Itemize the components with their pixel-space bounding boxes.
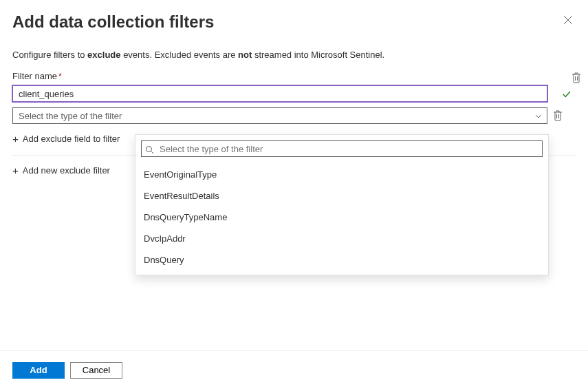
dropdown-item[interactable]: DvcIpAddr — [141, 228, 543, 249]
cancel-button[interactable]: Cancel — [70, 362, 122, 379]
checkmark-icon — [562, 88, 571, 99]
filter-type-search-input[interactable] — [141, 140, 543, 157]
delete-filter-icon[interactable] — [571, 72, 581, 83]
close-icon[interactable] — [560, 12, 576, 28]
filter-type-select[interactable]: Select the type of the filter — [12, 107, 547, 124]
dropdown-item[interactable]: EventOriginalType — [141, 164, 543, 185]
required-asterisk: * — [58, 72, 62, 81]
description-text: Configure filters to exclude events. Exc… — [12, 50, 576, 60]
filter-name-input[interactable] — [12, 85, 547, 102]
plus-icon: + — [12, 165, 19, 176]
footer: Add Cancel — [0, 350, 588, 389]
filter-type-placeholder: Select the type of the filter — [19, 111, 122, 121]
filter-name-label: Filter name — [12, 71, 57, 81]
filter-type-dropdown: EventOriginalType EventResultDetails Dns… — [135, 134, 549, 275]
dropdown-item[interactable]: DnsQueryTypeName — [141, 207, 543, 228]
plus-icon: + — [12, 134, 19, 144]
chevron-down-icon — [534, 111, 543, 121]
dropdown-item[interactable]: EventResultDetails — [141, 185, 543, 207]
dropdown-item[interactable]: DnsQuery — [141, 249, 543, 271]
panel-title: Add data collection filters — [12, 12, 214, 32]
delete-field-icon[interactable] — [553, 110, 563, 122]
add-button[interactable]: Add — [12, 362, 65, 379]
